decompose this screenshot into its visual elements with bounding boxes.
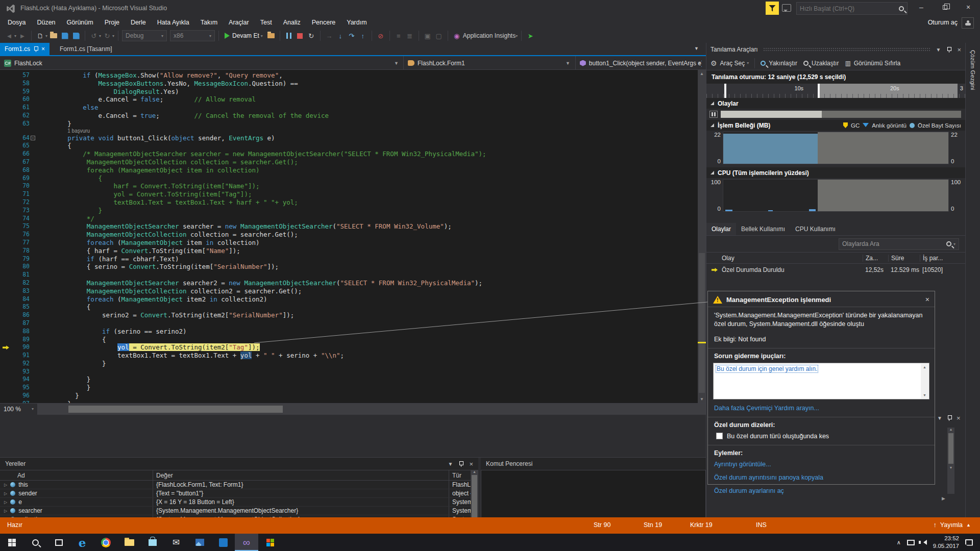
code-line-91[interactable]: 91 textBox1.Text = textBox1.Text + yol +… [0,352,694,360]
save-all-icon[interactable] [71,31,81,41]
menu-item-derle[interactable]: Derle [125,17,152,29]
step-into-icon[interactable]: ↓ [335,31,346,41]
tab-olaylar[interactable]: Olaylar [706,223,736,235]
code-line-67[interactable]: 67 ManagementObjectCollection collection… [0,158,694,166]
code-line-60[interactable]: 60 e.Cancel = false; // Allow removal [0,95,694,104]
code-line-80[interactable]: 80 { serino = Convert.ToString(item["Ser… [0,263,694,271]
breakpoint-tool-icon[interactable]: ⊘ [376,31,386,41]
code-line-86[interactable]: 86 serino2 = Convert.ToString(item2["Ser… [0,311,694,319]
code-line-84[interactable]: 84 foreach (ManagementObject item2 in co… [0,295,694,304]
taskbar-visual-studio[interactable]: ∞ [235,534,258,551]
code-line-82[interactable]: 82 ManagementObjectSearcher searcher2 = … [0,279,694,287]
zoom-in-button[interactable]: Yakınlaştır [769,60,797,67]
expand-icon[interactable]: ▷ [4,481,7,489]
redo-icon[interactable]: ↻ [102,31,112,41]
scrollbar-thumb[interactable] [699,253,705,393]
code-line-76[interactable]: 76 ManagementObjectCollection collection… [0,231,694,239]
events-section-header[interactable]: Olaylar [706,98,965,109]
code-line-96[interactable]: 96 } [0,392,694,400]
code-line-87[interactable]: 87 [0,319,694,328]
expand-icon[interactable]: ▷ [4,489,7,497]
notification-center-icon[interactable] [965,539,973,546]
close-tab-icon[interactable]: × [41,45,45,53]
code-editor[interactable]: 57 if (MessageBox.Show("Allow remove?", … [0,70,706,403]
codelens-references[interactable]: 1 başvuru [0,128,694,134]
open-file-icon[interactable] [48,31,59,41]
taskbar-search-button[interactable] [23,534,47,551]
debug-configuration-select[interactable]: Debug▾ [122,30,167,41]
expand-icon[interactable]: ▷ [4,507,7,515]
pin-icon[interactable] [947,47,951,53]
taskbar-start-button[interactable] [0,534,23,551]
speaker-icon[interactable] [921,540,927,545]
code-line-85[interactable]: 85 { [0,303,694,311]
close-icon[interactable]: × [925,295,929,304]
code-line-74[interactable]: 74 */ [0,215,694,223]
app-insights-label[interactable]: Application Insights [463,32,516,39]
menu-item-dosya[interactable]: Dosya [2,17,31,29]
view-detail-link[interactable]: Ayrıntıyı görüntüle... [708,459,935,472]
general-help-link[interactable]: Bu özel durum için genel yardım alın. [716,365,818,373]
code-line-72[interactable]: 72 textBox1.Text = textBox1.Text + harf … [0,198,694,207]
close-panel-icon[interactable]: × [957,46,961,54]
tab-cpu-kullanimi[interactable]: CPU Kullanımı [790,223,841,235]
menu-item-pencere[interactable]: Pencere [306,17,341,29]
minimize-button[interactable]: – [910,0,933,14]
code-line-61[interactable]: 61 else [0,104,694,112]
menu-item-test[interactable]: Test [255,17,278,29]
show-next-statement-icon[interactable]: → [324,31,334,41]
navbar-class-dropdown[interactable]: FlashLock.Form1 [403,56,575,70]
indent-icon[interactable]: ≡ [394,31,404,41]
select-tools-dropdown[interactable]: Araç Seç [720,60,745,67]
cpu-section-header[interactable]: CPU (Tüm işlemcilerin yüzdesi) [706,167,965,178]
clock[interactable]: 23:52 9.05.2017 [933,535,959,550]
hidden-panel-scrollbar[interactable]: ▲▼ [947,428,954,494]
window-menu-chevron-icon[interactable]: ▼ [448,461,453,467]
restore-button[interactable] [933,0,957,14]
step-over-icon[interactable]: ↷ [347,31,357,41]
code-line-57[interactable]: 57 if (MessageBox.Show("Allow remove?", … [0,71,694,80]
code-line-69[interactable]: 69 { [0,174,694,183]
menu-item-yard-m[interactable]: Yardım [341,17,372,29]
online-help-link[interactable]: Daha fazla Çevrimiçi Yardım arayın... [708,400,935,417]
code-line-65[interactable]: 65 { [0,142,694,150]
feedback-smiley-icon[interactable] [782,4,791,12]
zoom-out-button[interactable]: Uzaklaştır [812,60,839,67]
code-line-94[interactable]: 94 } [0,375,694,384]
restart-icon[interactable]: ↻ [306,31,316,41]
taskbar-chrome-browser[interactable] [94,534,117,551]
code-line-59[interactable]: 59 DialogResult.Yes) [0,88,694,96]
pin-icon[interactable] [34,46,38,52]
taskbar-mail-app[interactable]: ✉ [164,534,188,551]
undo-icon[interactable]: ↺ [89,31,99,41]
code-line-70[interactable]: 70 harf = Convert.ToString(item["Name"])… [0,182,694,190]
window-menu-chevron-icon[interactable]: ▼ [936,47,941,53]
taskbar-photos-app[interactable] [188,534,211,551]
code-line-93[interactable]: 93 [0,368,694,376]
fold-collapse-box[interactable]: − [31,136,35,140]
tab-bellek-kullanimi[interactable]: Bellek Kullanımı [736,223,790,235]
copy-detail-link[interactable]: Özel durum ayrıntısını panoya kopyala [708,472,935,485]
locals-col-deger[interactable]: Değer [153,470,449,480]
code-line-73[interactable]: 73 } [0,207,694,215]
solution-explorer-strip[interactable]: Çözüm Gezgini [965,43,980,517]
menu-item-proje[interactable]: Proje [99,17,125,29]
navigate-back-icon[interactable]: ◄ [4,31,14,41]
menu-item-d-zen[interactable]: Düzen [31,17,61,29]
break-all-icon[interactable] [284,31,294,41]
save-icon[interactable] [60,31,70,41]
taskbar-edge-browser[interactable]: e [70,534,94,551]
navigate-forward-icon[interactable]: ► [17,31,28,41]
locals-row-sender[interactable]: ▷sender{Text = "button1"}object {S [0,489,478,498]
menu-item-tak-m[interactable]: Takım [195,17,223,29]
taskbar-blue-app[interactable] [211,534,235,551]
sign-in-link[interactable]: Oturum aç [928,19,958,26]
events-search-box[interactable]: Olaylarda Ara ▾ [839,238,959,250]
pin-icon[interactable] [459,461,463,467]
editor-zoom-select[interactable]: 100 %▾ [0,404,38,415]
navbar-member-dropdown[interactable]: button1_Click(object sender, EventArgs e… [575,56,706,70]
code-line-58[interactable]: 58 MessageBoxButtons.YesNo, MessageBoxIc… [0,80,694,88]
quick-launch-search[interactable] [796,2,908,15]
solution-explorer-label[interactable]: Çözüm Gezgini [970,50,976,90]
memory-chart[interactable] [723,132,949,164]
